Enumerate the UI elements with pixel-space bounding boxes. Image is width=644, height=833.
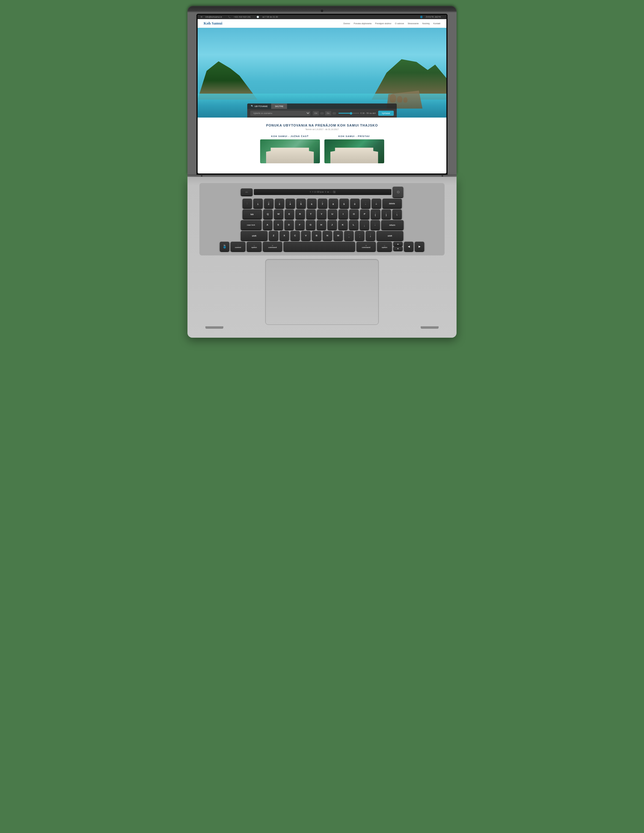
property-select[interactable]: Vyberte zo zoznamu: [250, 111, 310, 116]
key-2[interactable]: @2: [264, 199, 273, 208]
key-bracket-left[interactable]: {[: [371, 209, 380, 219]
key-fn[interactable]: fn 🌐: [220, 242, 229, 251]
key-5[interactable]: %5: [296, 199, 306, 208]
trackpad[interactable]: [265, 259, 379, 325]
key-shift-right[interactable]: shift: [376, 231, 403, 240]
key-d[interactable]: D: [284, 220, 294, 230]
key-option-right[interactable]: ⌥ option: [377, 242, 392, 251]
search-button[interactable]: Vyhľadať: [378, 111, 394, 116]
key-r[interactable]: R: [296, 209, 305, 219]
topbar-hours: od 7:30 do 21:30: [262, 16, 278, 18]
key-w[interactable]: W: [274, 209, 283, 219]
key-t[interactable]: T: [306, 209, 316, 219]
key-arrow-left[interactable]: ◀: [404, 242, 413, 251]
tab-skutre[interactable]: SKÚTRE: [271, 103, 287, 109]
property-image-2[interactable]: [324, 139, 384, 163]
laptop-base: esc ☀ ☀ ⊞ ⌨ ◗ ⏮ ⏸ ⏭ ♪ ♪ ⬛ ⏻ ~` !1 @2 #3 …: [188, 177, 456, 338]
key-p[interactable]: P: [360, 209, 369, 219]
key-g[interactable]: G: [306, 220, 315, 230]
key-o[interactable]: O: [349, 209, 359, 219]
nav-stravovanie[interactable]: Stravovanie: [408, 23, 419, 24]
tab-ubytovanie[interactable]: 🔍 UBYTOVANIE: [247, 103, 271, 109]
nav-prenajom[interactable]: Prenájom skútrov: [375, 23, 391, 24]
hero-tabs: 🔍 UBYTOVANIE SKÚTRE: [247, 103, 397, 109]
key-arrow-right[interactable]: ▶: [415, 242, 424, 251]
key-comma[interactable]: <,: [344, 231, 354, 240]
key-6[interactable]: ^6: [307, 199, 316, 208]
key-1[interactable]: !1: [253, 199, 263, 208]
key-minus[interactable]: _-: [361, 199, 371, 208]
key-space[interactable]: [283, 242, 355, 251]
key-7[interactable]: &7: [318, 199, 328, 208]
nav-kontakt[interactable]: Kontakt: [433, 23, 440, 24]
site-content: PONUKA UBYTOVANIA NA PRENÁJOM KOH SAMUI …: [198, 117, 446, 169]
key-return[interactable]: return: [381, 220, 404, 230]
key-m[interactable]: M: [333, 231, 343, 240]
key-h[interactable]: H: [316, 220, 326, 230]
key-4[interactable]: $4: [286, 199, 295, 208]
key-k[interactable]: K: [338, 220, 348, 230]
key-option-left[interactable]: ⌥ option: [247, 242, 262, 251]
date-range: Od Do: [313, 111, 336, 116]
key-bracket-right[interactable]: }]: [382, 209, 391, 219]
keyboard-row-asdf: caps lock A S D F G H J K L :; "' return: [202, 220, 442, 230]
property-image-1[interactable]: [260, 139, 320, 163]
key-3[interactable]: #3: [275, 199, 284, 208]
key-equals[interactable]: +=: [372, 199, 381, 208]
touch-bar-row: esc ☀ ☀ ⊞ ⌨ ◗ ⏮ ⏸ ⏭ ♪ ♪ ⬛ ⏻: [202, 187, 442, 198]
date-from[interactable]: [320, 112, 324, 114]
key-quote[interactable]: "': [371, 220, 380, 230]
slider-track: [339, 113, 360, 114]
key-x[interactable]: X: [279, 231, 289, 240]
key-c[interactable]: C: [290, 231, 300, 240]
key-e[interactable]: E: [284, 209, 294, 219]
key-backslash[interactable]: |\: [392, 209, 402, 219]
touch-bar[interactable]: ☀ ☀ ⊞ ⌨ ◗ ⏮ ⏸ ⏭ ♪ ♪ ⬛: [254, 189, 391, 195]
slider-thumb[interactable]: [350, 112, 352, 114]
nav-domov[interactable]: Domov: [344, 23, 350, 24]
key-arrow-up[interactable]: ▲: [393, 242, 403, 246]
key-q[interactable]: Q: [263, 209, 273, 219]
key-n[interactable]: N: [323, 231, 332, 240]
key-j[interactable]: J: [328, 220, 337, 230]
key-period[interactable]: >.: [355, 231, 365, 240]
key-esc[interactable]: esc: [241, 188, 253, 196]
key-y[interactable]: Y: [317, 209, 326, 219]
key-0[interactable]: )0: [350, 199, 360, 208]
key-v[interactable]: V: [301, 231, 311, 240]
key-power[interactable]: ⏻: [393, 187, 403, 198]
key-a[interactable]: A: [263, 220, 272, 230]
key-tab[interactable]: tab: [243, 209, 262, 219]
key-8[interactable]: *8: [329, 199, 338, 208]
key-u[interactable]: U: [328, 209, 337, 219]
keyboard-row-zxcv: shift Z X C V B N M <, >. ?/ shift: [202, 231, 442, 240]
topbar-phone: +421 910 919 191: [234, 16, 251, 18]
site-nav: Koh Samui Domov Ponuka ubytovania Prenáj…: [198, 19, 446, 28]
search-icon: 🔍: [251, 105, 254, 108]
key-l[interactable]: L: [349, 220, 358, 230]
key-semicolon[interactable]: :;: [360, 220, 369, 230]
nav-ponuka[interactable]: Ponuka ubytovania: [354, 23, 372, 24]
key-f[interactable]: F: [295, 220, 305, 230]
key-capslock[interactable]: caps lock: [241, 220, 262, 230]
key-tilde[interactable]: ~`: [243, 199, 252, 208]
key-9[interactable]: (9: [339, 199, 349, 208]
hero-search[interactable]: 🔍 UBYTOVANIE SKÚTRE Vyberte zo zoznamu: [247, 103, 397, 117]
key-slash[interactable]: ?/: [366, 231, 375, 240]
key-control[interactable]: ⌃ control: [231, 242, 246, 251]
nav-ostrove[interactable]: O ostrove: [395, 23, 404, 24]
key-command-left[interactable]: ⌘ command: [263, 242, 282, 251]
key-b[interactable]: B: [312, 231, 321, 240]
price-slider[interactable]: € 30 - 59 na deň: [339, 112, 376, 114]
key-s[interactable]: S: [273, 220, 283, 230]
key-command-right[interactable]: ⌘ command: [357, 242, 376, 251]
site-logo: Koh Samui: [204, 21, 222, 26]
key-shift-left[interactable]: shift: [241, 231, 268, 240]
nav-novinky[interactable]: Novinky: [422, 23, 430, 24]
date-to[interactable]: [332, 112, 336, 114]
key-z[interactable]: Z: [269, 231, 278, 240]
key-arrow-down[interactable]: ▼: [393, 246, 403, 251]
key-i[interactable]: I: [339, 209, 348, 219]
key-delete[interactable]: delete: [382, 199, 402, 208]
site-nav-links: Domov Ponuka ubytovania Prenájom skútrov…: [344, 23, 440, 24]
